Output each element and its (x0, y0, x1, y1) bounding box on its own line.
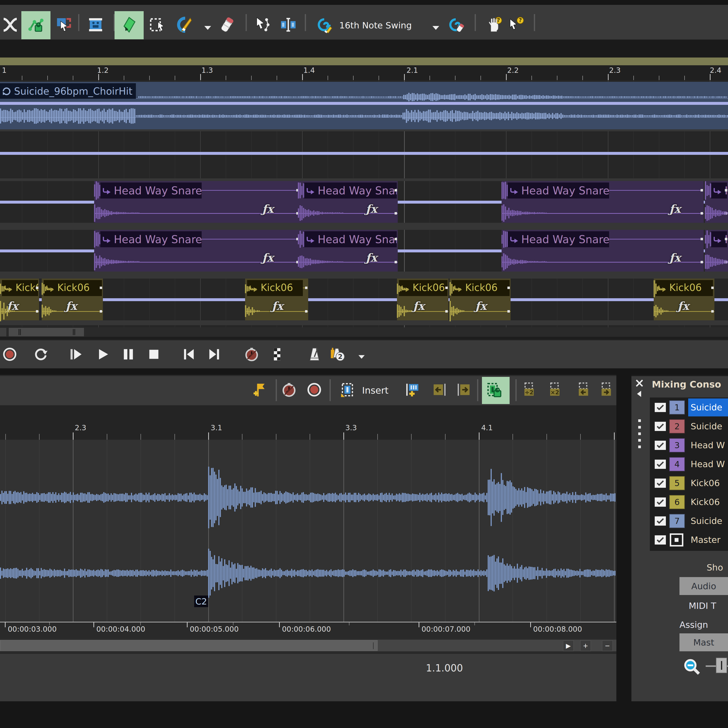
fx-badge[interactable]: ƒx (7, 300, 18, 312)
nudge-right-button[interactable] (456, 382, 472, 398)
snare-clip[interactable]: Head Way Snareƒx (502, 230, 704, 272)
clip-handle[interactable] (100, 310, 102, 312)
snare-clip[interactable]: Head Way Snareƒx (94, 181, 300, 223)
add-track-button[interactable] (404, 382, 420, 398)
fx-badge[interactable]: ƒx (262, 202, 274, 216)
clip-handle[interactable] (445, 310, 448, 312)
clip-handle[interactable] (700, 189, 703, 191)
crossfade-tool[interactable] (2, 16, 19, 34)
clip-handle[interactable] (305, 310, 307, 312)
fx-badge[interactable]: ƒx (262, 251, 274, 264)
clip-handle[interactable] (725, 189, 727, 191)
zoom-in-button[interactable]: + (580, 641, 591, 651)
track1-clip-label[interactable]: Suicide_96bpm_ChoirHit (0, 83, 136, 99)
track-scrollbar-thumb[interactable] (9, 328, 84, 336)
snare-clip-label[interactable]: Head Way Snare (508, 231, 609, 247)
snare-clip-label[interactable]: Head Way Snare (100, 182, 202, 199)
zoom-out-icon[interactable] (682, 657, 701, 676)
editor-wave-area[interactable] (0, 440, 616, 622)
editor-scrollbar-thumb[interactable] (0, 640, 378, 651)
audio-tracks-button[interactable]: Audio (679, 577, 728, 595)
track1-clip[interactable]: Suicide_96bpm_ChoirHit (0, 82, 728, 129)
go-to-start-button[interactable] (181, 347, 196, 362)
clip-handle[interactable] (725, 238, 727, 240)
master-bus-button[interactable]: Mast (679, 633, 728, 651)
track-checkbox[interactable] (655, 441, 666, 450)
clip-handle[interactable] (395, 212, 397, 214)
console-zoom-handle[interactable] (716, 658, 727, 673)
close-icon[interactable] (635, 379, 644, 388)
groove-erase-tool[interactable] (448, 16, 465, 34)
track-view[interactable]: Suicide_96bpm_ChoirHitHead Way SnareƒxHe… (0, 80, 728, 337)
stop-button[interactable] (146, 347, 162, 362)
fx-badge[interactable]: ƒx (475, 300, 486, 312)
track-checkbox[interactable] (655, 460, 666, 469)
clip-handle[interactable] (100, 287, 102, 289)
track-checkbox[interactable] (655, 497, 666, 507)
fx-badge[interactable]: ƒx (66, 300, 77, 312)
console-track-row[interactable]: 4Head W (650, 455, 728, 473)
envelope-line-track2[interactable] (0, 152, 728, 155)
track-checkbox[interactable] (655, 403, 666, 412)
lock-envelopes-button[interactable] (486, 382, 504, 400)
console-track-row[interactable]: Master (650, 531, 728, 549)
snare-clip[interactable]: Head Way Snare (705, 181, 728, 223)
editor-ruler[interactable] (0, 405, 616, 440)
snare-clip-label[interactable]: Head Way Snare (304, 231, 397, 247)
envelope-edit-tool[interactable] (254, 16, 271, 34)
snare-clip-label[interactable]: Head Way Snare (508, 182, 609, 199)
track-checkbox[interactable] (655, 422, 666, 431)
kick-clip-label[interactable]: Kick06 (451, 280, 509, 296)
clip-handle[interactable] (700, 238, 703, 240)
hand-help-tool[interactable]: ? (485, 16, 503, 34)
fx-badge[interactable]: ƒx (366, 251, 377, 264)
dropdown-arrow[interactable] (430, 22, 442, 34)
clip-handle[interactable] (36, 310, 38, 312)
clip-handle[interactable] (700, 212, 703, 214)
fx-badge[interactable]: ƒx (413, 300, 424, 312)
selection-left-button[interactable] (576, 382, 592, 398)
track-checkbox[interactable] (655, 479, 666, 488)
insert-event-button[interactable] (340, 382, 356, 398)
cursor-help-tool[interactable]: ? (507, 16, 525, 34)
console-track-row[interactable]: 3Head W (650, 436, 728, 454)
clip-handle[interactable] (508, 287, 510, 289)
track-scroll-corner[interactable] (0, 328, 6, 336)
selection-right-button[interactable] (599, 382, 615, 398)
dropdown-arrow[interactable] (202, 22, 214, 34)
snare-clip-label[interactable]: Head Way Snare (304, 182, 397, 199)
kick-clip[interactable]: Kick06ƒx (0, 278, 39, 320)
clip-handle[interactable] (395, 238, 397, 240)
kick-clip-label[interactable]: Kick06 (247, 280, 303, 296)
kick-clip-label[interactable]: Kick06 (399, 280, 448, 296)
envelope-line-track5[interactable] (0, 298, 728, 301)
fx-badge[interactable]: ƒx (669, 251, 681, 264)
clip-handle[interactable] (508, 310, 510, 312)
fx-badge[interactable]: ƒx (366, 202, 377, 216)
clip-handle[interactable] (36, 287, 38, 289)
scroll-right-button[interactable]: ▶ (563, 641, 574, 651)
envelope-lock-tool[interactable] (27, 16, 44, 34)
clip-handle[interactable] (725, 261, 727, 263)
eraser-tool[interactable] (219, 16, 236, 34)
film-event-tool[interactable] (87, 16, 104, 34)
go-to-end-button[interactable] (207, 347, 222, 362)
snare-clip[interactable]: Head Way Snare (705, 230, 728, 272)
play-from-start-button[interactable] (68, 347, 84, 362)
clip-handle[interactable] (711, 287, 714, 289)
kick-clip-label[interactable]: Kick06 (656, 280, 713, 296)
kick-clip[interactable]: Kick06ƒx (450, 278, 511, 320)
record-button[interactable] (306, 382, 322, 398)
clip-handle[interactable] (725, 212, 727, 214)
assignable-fx-button[interactable]: Assign (679, 620, 708, 630)
clip-handle[interactable] (711, 310, 714, 312)
clip-handle[interactable] (305, 287, 307, 289)
zoom-out-button[interactable]: − (602, 641, 613, 651)
fx-badge[interactable]: ƒx (669, 202, 681, 216)
insert-label[interactable]: Insert (362, 385, 388, 396)
fx-badge[interactable]: ƒx (272, 300, 283, 312)
selection-tool[interactable] (148, 16, 166, 34)
add-marker-button[interactable] (252, 382, 268, 398)
kick-clip[interactable]: Kick06ƒx (245, 278, 308, 320)
kick-clip[interactable]: Kick06ƒx (654, 278, 714, 320)
